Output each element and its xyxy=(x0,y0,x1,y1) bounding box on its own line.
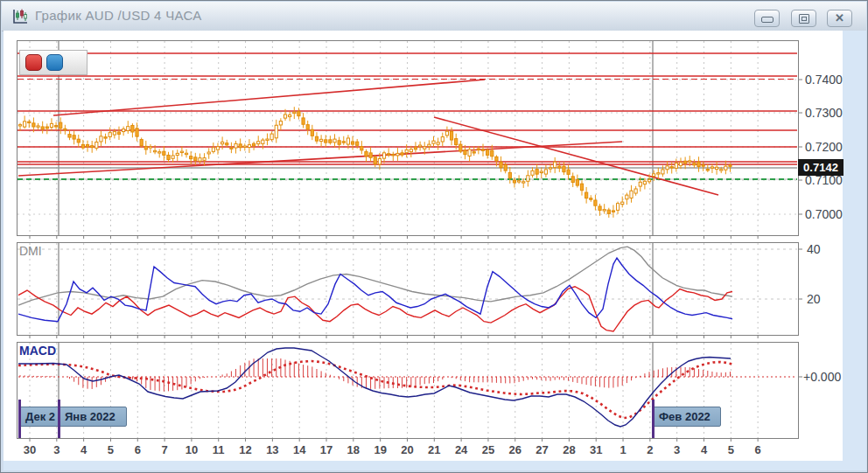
minimize-button[interactable] xyxy=(754,10,780,27)
month-separator-line xyxy=(18,400,21,438)
dmi-panel-label: DMI xyxy=(19,244,42,258)
bottom-margin xyxy=(4,461,843,470)
x-axis-label: 4 xyxy=(73,443,95,456)
x-axis-label: 12 xyxy=(234,443,257,456)
x-axis-label: 30 xyxy=(18,443,41,456)
x-axis-label: 4 xyxy=(693,443,716,456)
x-axis-label: 11 xyxy=(207,443,230,456)
close-button[interactable] xyxy=(827,10,852,27)
x-axis-label: 19 xyxy=(369,443,392,456)
x-axis-label: 5 xyxy=(719,443,742,456)
x-axis-label: 25 xyxy=(477,443,500,456)
x-axis-label: 17 xyxy=(315,443,338,456)
x-axis-label: 24 xyxy=(450,443,472,456)
candlestick-chart-icon xyxy=(11,8,29,25)
x-axis-label: 6 xyxy=(126,443,149,456)
price-axis-label: 0.7300 xyxy=(805,106,843,120)
x-axis-label: 31 xyxy=(584,443,607,456)
blue-square-button[interactable] xyxy=(46,54,63,71)
maximize-button[interactable] xyxy=(791,10,816,27)
x-axis-label: 3 xyxy=(666,443,689,456)
x-axis-label: 7 xyxy=(153,443,176,456)
price-axis-label: 0.7000 xyxy=(805,207,843,221)
mini-toolbar xyxy=(19,50,88,75)
x-axis-label: 5 xyxy=(99,443,122,456)
x-axis-label: 13 xyxy=(261,443,284,456)
dmi-axis-label: 40 xyxy=(807,242,821,256)
x-axis-label: 14 xyxy=(288,443,311,456)
price-axis-label: 0.7200 xyxy=(805,140,843,154)
price-panel[interactable] xyxy=(17,40,799,236)
x-axis-label: 18 xyxy=(342,443,365,456)
x-axis-label: 20 xyxy=(396,443,418,456)
x-axis-label: 26 xyxy=(504,443,527,456)
close-icon xyxy=(828,11,851,24)
x-axis-label: 21 xyxy=(423,443,445,456)
macd-panel-label: MACD xyxy=(19,344,56,358)
maximize-icon xyxy=(799,14,809,24)
x-axis-label: 28 xyxy=(557,443,580,456)
window-title: График AUD /USD 4 ЧАСА xyxy=(35,8,202,23)
chart-window: График AUD /USD 4 ЧАСА DMI MACD 0.7142 0… xyxy=(0,0,868,473)
price-axis-label: 0.7400 xyxy=(805,73,843,87)
red-square-button[interactable] xyxy=(25,54,42,71)
dmi-axis-label: 20 xyxy=(807,292,821,306)
month-label-box: Дек 2 xyxy=(19,407,60,427)
month-separator-line xyxy=(652,400,654,438)
x-axis-label: 10 xyxy=(180,443,203,456)
month-label-box: Фев 2022 xyxy=(653,407,721,427)
month-label-box: Янв 2022 xyxy=(59,407,127,427)
macd-axis-label: +0.000 xyxy=(803,370,841,384)
title-bar: График AUD /USD 4 ЧАСА xyxy=(2,2,866,31)
x-axis-label: 3 xyxy=(46,443,68,456)
price-axis-label: 0.7100 xyxy=(805,173,843,187)
right-margin xyxy=(843,31,866,470)
x-axis-label: 27 xyxy=(531,443,554,456)
dmi-panel[interactable] xyxy=(17,242,799,336)
month-separator-line xyxy=(58,400,60,438)
x-axis-label: 6 xyxy=(746,443,769,456)
minimize-icon xyxy=(761,17,774,23)
x-axis-label: 2 xyxy=(639,443,662,456)
x-axis-label: 1 xyxy=(612,443,634,456)
